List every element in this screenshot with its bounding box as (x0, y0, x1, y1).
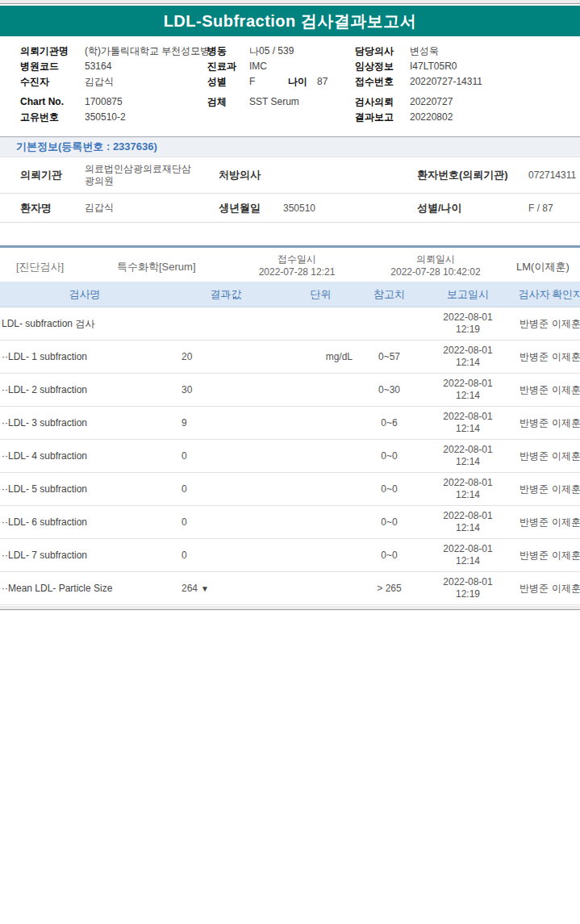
info-row: 수진자 김갑식 성별 F 나이 87 (20, 74, 355, 90)
basic-info-title: 기본정보(등록번호 : 2337636) (16, 140, 157, 153)
field-value: 072714311 (528, 169, 576, 181)
field-label: 담당의사 (355, 44, 410, 59)
patient-info-table: 의뢰기관 의료법인삼광의료재단삼광의원 처방의사 환자번호(의뢰기관) 0727… (0, 157, 580, 223)
table-row: ··Mean LDL- Particle Size 264▼ > 265 202… (0, 572, 580, 605)
info-row: 임상정보 I47LT05R0 (355, 59, 580, 74)
report-title-banner: LDL-Subfraction 검사결과보고서 (0, 6, 580, 36)
field-value: SST Serum (249, 94, 299, 110)
result-value: 0 (182, 450, 187, 462)
spacer (0, 223, 580, 245)
result-value: 0 (182, 516, 187, 528)
result-value: 30 (182, 384, 192, 395)
field-label: 생년월일 (219, 201, 283, 215)
cell-verifier: 이제훈 (552, 582, 580, 596)
page-title: LDL-Subfraction 검사결과보고서 (164, 10, 417, 32)
result-value: 0 (182, 550, 187, 561)
info-row: 접수번호 20220727-14311 (355, 74, 580, 90)
info-row: 검사의뢰 20220727 (355, 94, 580, 110)
cell-test-name: ··LDL- 2 subfraction (0, 384, 169, 395)
cell-verifier: 이제훈 (552, 449, 580, 463)
request-value: 2022-07-28 10:42:02 (379, 265, 492, 278)
field-label: 처방의사 (219, 168, 283, 182)
request-datetime: 의뢰일시 2022-07-28 10:42:02 (379, 253, 492, 278)
cell-report-datetime: 2022-08-01 12:14 (419, 378, 516, 402)
cell-result (169, 318, 282, 329)
field-value: 김갑식 (85, 202, 194, 214)
field-value: 김갑식 (85, 74, 207, 90)
cell-test-name: ··LDL- 7 subfraction (0, 550, 169, 561)
cell-tester: 반병준 (516, 350, 552, 364)
table-row: LDL- subfraction 검사 2022-08-01 12:19 반병준… (0, 307, 580, 341)
report-time: 12:14 (419, 522, 516, 534)
column-header: 검사자 (516, 287, 552, 302)
cell-tester: 반병준 (516, 317, 552, 331)
info-row: 병원코드 53164 진료과 IMC (20, 59, 355, 74)
cell-report-datetime: 2022-08-01 12:14 (419, 444, 516, 468)
field-label: 성별/나이 (417, 201, 528, 215)
patient-info-row: 의뢰기관 의료법인삼광의료재단삼광의원 처방의사 환자번호(의뢰기관) 0727… (0, 157, 580, 194)
cell-test-name: LDL- subfraction 검사 (0, 317, 169, 331)
cell-report-datetime: 2022-08-01 12:14 (419, 477, 516, 501)
field-label: 검체 (207, 94, 249, 110)
cell-tester: 반병준 (516, 516, 552, 529)
report-date: 2022-08-01 (419, 411, 516, 423)
field-value: F (249, 74, 288, 90)
report-date: 2022-08-01 (419, 576, 516, 588)
cell-verifier: 이제훈 (552, 317, 580, 331)
patient-info-row: 환자명 김갑식 생년월일 350510 성별/나이 F / 87 (0, 194, 580, 223)
cell-result: 30 (169, 384, 282, 395)
cell-result: 9 (169, 417, 282, 429)
report-time: 12:19 (419, 588, 516, 600)
field-value: 나05 / 539 (249, 44, 294, 59)
cell-report-datetime: 2022-08-01 12:14 (419, 510, 516, 534)
field-label: 고유번호 (20, 110, 85, 125)
report-time: 12:14 (419, 489, 516, 501)
cell-test-name: ··LDL- 4 subfraction (0, 450, 169, 462)
window-top-strip (0, 0, 580, 4)
field-label: 결과보고 (355, 110, 410, 125)
column-header: 결과값 (169, 287, 282, 302)
field-value: 20220727 (410, 94, 453, 110)
order-info-right: 담당의사 변성욱 임상정보 I47LT05R0 접수번호 20220727-14… (355, 44, 580, 125)
field-value: 87 (317, 74, 328, 90)
cell-tester: 반병준 (516, 549, 552, 562)
field-value: F / 87 (528, 203, 553, 214)
lab-signature: LM(이제훈) (516, 260, 570, 274)
receipt-datetime: 접수일시 2022-07-28 12:21 (240, 253, 353, 278)
cell-reference-range: 0~0 (359, 450, 419, 462)
cell-unit: mg/dL (282, 351, 359, 362)
field-value: I47LT05R0 (410, 59, 457, 74)
cell-reference-range: 0~0 (359, 516, 419, 528)
cell-report-datetime: 2022-08-01 12:19 (419, 576, 516, 600)
field-label: 진료과 (207, 59, 249, 74)
column-header: 단위 (282, 287, 359, 302)
cell-tester: 반병준 (516, 483, 552, 496)
table-row: ··LDL- 5 subfraction 0 0~0 2022-08-01 12… (0, 473, 580, 506)
field-label: 검사의뢰 (355, 94, 410, 110)
cell-tester: 반병준 (516, 449, 552, 463)
table-row: ··LDL- 3 subfraction 9 0~6 2022-08-01 12… (0, 407, 580, 440)
field-label: 병원코드 (20, 59, 85, 74)
cell-result: 0 (169, 550, 282, 561)
cell-reference-range: 0~6 (359, 417, 419, 429)
cell-result: 0 (169, 516, 282, 528)
info-row: 담당의사 변성욱 (355, 44, 580, 59)
cell-report-datetime: 2022-08-01 12:14 (419, 543, 516, 567)
field-value: (학)가톨릭대학교 부천성모병 (85, 44, 207, 59)
cell-result: 20 (169, 351, 282, 362)
cell-tester: 반병준 (516, 416, 552, 430)
table-bottom-strip (0, 606, 580, 610)
result-value: 264 (182, 583, 198, 594)
cell-verifier: 이제훈 (552, 516, 580, 529)
info-row: 결과보고 20220802 (355, 110, 580, 125)
cell-reference-range: > 265 (359, 583, 419, 594)
field-value: 변성욱 (410, 44, 439, 59)
cell-test-name: ··Mean LDL- Particle Size (0, 583, 169, 594)
field-value (249, 110, 288, 125)
column-header: 참고치 (359, 287, 419, 302)
cell-report-datetime: 2022-08-01 12:19 (419, 311, 516, 336)
result-value: 0 (182, 483, 187, 495)
cell-test-name: ··LDL- 6 subfraction (0, 516, 169, 528)
order-info-left: 의뢰기관명 (학)가톨릭대학교 부천성모병 병동 나05 / 539 병원코드 … (20, 44, 355, 125)
field-label: 의뢰기관명 (20, 44, 85, 59)
